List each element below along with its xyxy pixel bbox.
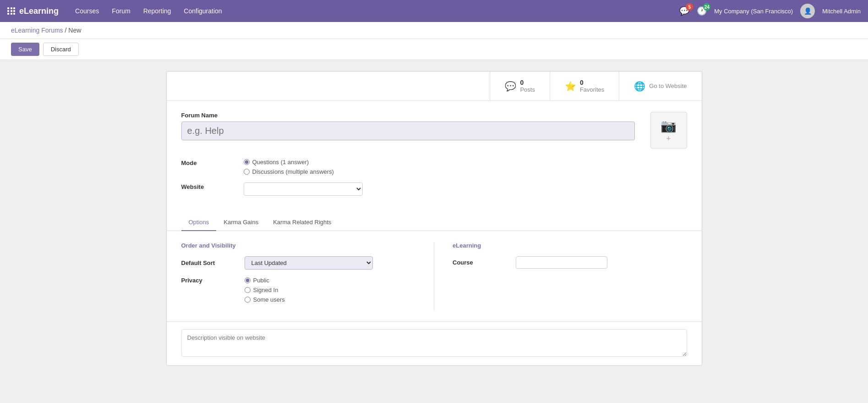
form-card: 💬 0 Posts ⭐ 0 Favorites 🌐 Go to Website bbox=[166, 71, 702, 366]
go-to-website-stat[interactable]: 🌐 Go to Website bbox=[619, 72, 701, 100]
elearning-title: eLearning bbox=[453, 242, 687, 249]
top-menu: Courses Forum Reporting Configuration bbox=[70, 5, 668, 17]
user-avatar[interactable]: 👤 bbox=[800, 4, 815, 18]
privacy-options: Public Signed In Some users bbox=[245, 277, 416, 303]
mode-label: Mode bbox=[181, 159, 236, 166]
tab-content-options: Order and Visibility Default Sort Last U… bbox=[167, 231, 702, 321]
form-side: 📷 + bbox=[646, 112, 687, 203]
tabs-bar: Options Karma Gains Karma Related Rights bbox=[167, 214, 702, 231]
website-row: Website bbox=[181, 182, 635, 196]
mode-options: Questions (1 answer) Discussions (multip… bbox=[244, 159, 635, 175]
user-name: Mitchell Admin bbox=[822, 8, 861, 15]
top-navigation: eLearning Courses Forum Reporting Config… bbox=[0, 0, 868, 22]
globe-icon: 🌐 bbox=[634, 81, 645, 92]
action-bar: Save Discard bbox=[0, 39, 868, 60]
mode-discussions-radio[interactable] bbox=[244, 169, 250, 175]
favorites-label: Favorites bbox=[580, 86, 604, 93]
main-content: 💬 0 Posts ⭐ 0 Favorites 🌐 Go to Website bbox=[0, 60, 868, 377]
privacy-label: Privacy bbox=[181, 277, 241, 284]
messages-icon[interactable]: 💬 5 bbox=[679, 6, 689, 16]
privacy-group: Public Signed In Some users bbox=[245, 277, 416, 303]
app-logo[interactable]: eLearning bbox=[7, 6, 59, 16]
breadcrumb-current: New bbox=[68, 27, 81, 34]
breadcrumb: eLearning Forums / New bbox=[0, 22, 868, 39]
posts-count: 0 bbox=[520, 79, 535, 86]
menu-courses[interactable]: Courses bbox=[70, 5, 104, 17]
default-sort-row: Default Sort Last Updated Most Answered … bbox=[181, 256, 416, 270]
description-container bbox=[167, 321, 702, 365]
mode-row: Mode Questions (1 answer) Discussions (m… bbox=[181, 159, 635, 175]
menu-forum[interactable]: Forum bbox=[106, 5, 136, 17]
tab-columns: Order and Visibility Default Sort Last U… bbox=[181, 242, 687, 310]
company-name: My Company (San Francisco) bbox=[714, 8, 793, 15]
menu-reporting[interactable]: Reporting bbox=[138, 5, 177, 17]
topnav-right: 💬 5 🕐 24 My Company (San Francisco) 👤 Mi… bbox=[679, 4, 861, 18]
form-body: Forum Name Mode Questions (1 answer) Dis… bbox=[167, 101, 702, 214]
order-visibility-col: Order and Visibility Default Sort Last U… bbox=[181, 242, 416, 310]
order-visibility-title: Order and Visibility bbox=[181, 242, 416, 249]
breadcrumb-parent[interactable]: eLearning Forums bbox=[11, 27, 63, 34]
tab-col-divider bbox=[434, 242, 434, 310]
privacy-public-label: Public bbox=[253, 277, 269, 284]
activity-icon[interactable]: 🕐 24 bbox=[697, 6, 707, 16]
tab-karma-gains[interactable]: Karma Gains bbox=[216, 214, 266, 231]
grid-icon bbox=[7, 7, 16, 15]
course-value bbox=[516, 256, 687, 269]
privacy-public-radio[interactable] bbox=[245, 277, 251, 283]
default-sort-select[interactable]: Last Updated Most Answered Most Viewed D… bbox=[245, 256, 373, 270]
forum-name-input[interactable] bbox=[181, 121, 635, 140]
privacy-signed-in-option[interactable]: Signed In bbox=[245, 287, 416, 293]
website-label: Website bbox=[181, 182, 236, 190]
favorites-icon: ⭐ bbox=[565, 81, 576, 92]
elearning-col: eLearning Course bbox=[453, 242, 687, 310]
description-textarea[interactable] bbox=[181, 329, 687, 357]
menu-configuration[interactable]: Configuration bbox=[178, 5, 227, 17]
website-field bbox=[244, 182, 635, 196]
privacy-some-users-radio[interactable] bbox=[245, 297, 251, 303]
course-label: Course bbox=[453, 259, 512, 266]
posts-stat[interactable]: 💬 0 Posts bbox=[490, 72, 550, 100]
photo-add-icon: + bbox=[666, 134, 671, 143]
messages-badge: 5 bbox=[686, 3, 693, 11]
posts-label: Posts bbox=[520, 86, 535, 93]
favorites-count: 0 bbox=[580, 79, 604, 86]
app-name: eLearning bbox=[19, 6, 59, 16]
privacy-some-users-label: Some users bbox=[253, 296, 285, 303]
privacy-public-option[interactable]: Public bbox=[245, 277, 416, 284]
privacy-some-users-option[interactable]: Some users bbox=[245, 296, 416, 303]
website-label: Go to Website bbox=[649, 83, 687, 89]
privacy-signed-in-label: Signed In bbox=[253, 287, 278, 293]
tab-karma-related-rights[interactable]: Karma Related Rights bbox=[266, 214, 338, 231]
form-main: Forum Name Mode Questions (1 answer) Dis… bbox=[181, 112, 635, 203]
activity-badge: 24 bbox=[703, 3, 710, 11]
posts-icon: 💬 bbox=[505, 81, 516, 92]
privacy-signed-in-radio[interactable] bbox=[245, 287, 251, 293]
default-sort-label: Default Sort bbox=[181, 259, 241, 266]
course-row: Course bbox=[453, 256, 687, 269]
photo-upload[interactable]: 📷 + bbox=[650, 112, 687, 149]
tab-options[interactable]: Options bbox=[181, 214, 217, 231]
discard-button[interactable]: Discard bbox=[43, 43, 79, 56]
default-sort-value: Last Updated Most Answered Most Viewed D… bbox=[245, 256, 416, 270]
website-select[interactable] bbox=[244, 182, 363, 196]
mode-questions-radio[interactable] bbox=[244, 159, 250, 165]
privacy-row: Privacy Public Signed In bbox=[181, 277, 416, 303]
forum-name-label: Forum Name bbox=[181, 112, 635, 119]
favorites-stat[interactable]: ⭐ 0 Favorites bbox=[550, 72, 619, 100]
course-input[interactable] bbox=[516, 256, 607, 269]
save-button[interactable]: Save bbox=[11, 43, 39, 56]
stats-bar: 💬 0 Posts ⭐ 0 Favorites 🌐 Go to Website bbox=[167, 72, 702, 101]
mode-discussions-label: Discussions (multiple answers) bbox=[252, 168, 334, 175]
camera-icon: 📷 bbox=[661, 118, 677, 133]
mode-discussions-option[interactable]: Discussions (multiple answers) bbox=[244, 168, 635, 175]
mode-questions-option[interactable]: Questions (1 answer) bbox=[244, 159, 635, 166]
mode-questions-label: Questions (1 answer) bbox=[252, 159, 309, 166]
